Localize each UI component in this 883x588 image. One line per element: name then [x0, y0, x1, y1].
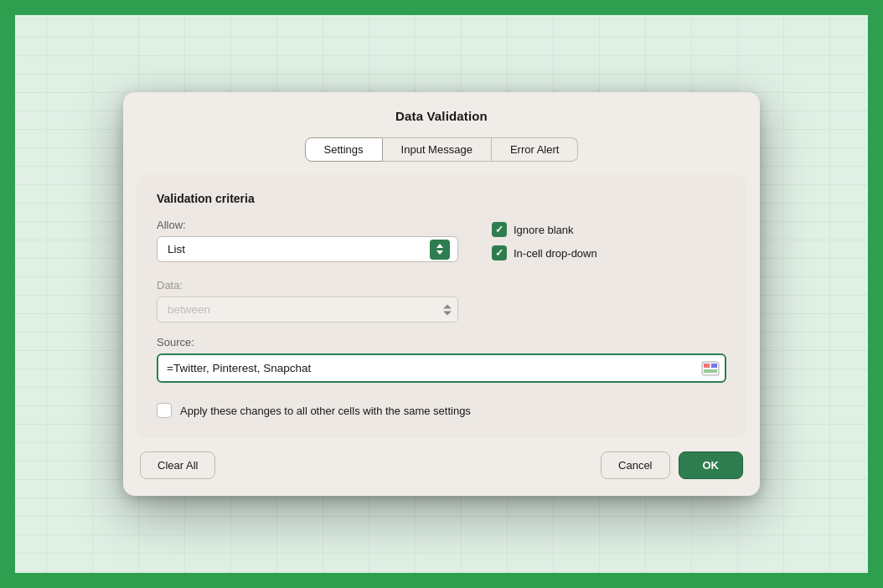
dialog-footer: Clear All Cancel OK — [123, 438, 760, 496]
data-select-wrapper: between — [157, 297, 458, 322]
dialog-title: Data Validation — [395, 109, 488, 123]
data-validation-dialog: Data Validation Settings Input Message E… — [123, 92, 760, 496]
form-allow-row: Allow: List ✓ — [157, 219, 726, 269]
green-border-left — [0, 0, 15, 588]
in-cell-dropdown-label: In-cell drop-down — [514, 247, 597, 260]
green-border-right — [868, 0, 883, 588]
green-border-bottom — [0, 573, 883, 588]
dialog-title-bar: Data Validation — [123, 92, 760, 137]
data-row: Data: between — [157, 279, 458, 322]
apply-changes-checkbox[interactable] — [157, 403, 172, 418]
allow-label: Allow: — [157, 219, 458, 231]
svg-rect-1 — [704, 364, 710, 368]
svg-rect-2 — [711, 364, 717, 368]
tab-settings[interactable]: Settings — [305, 137, 383, 162]
in-cell-dropdown-checkbox[interactable]: ✓ — [492, 245, 507, 260]
range-selector-icon[interactable] — [701, 361, 720, 376]
dialog-content: Validation criteria Allow: List — [137, 175, 746, 438]
tab-input-message[interactable]: Input Message — [383, 137, 492, 162]
in-cell-dropdown-row: ✓ In-cell drop-down — [492, 245, 726, 260]
data-label: Data: — [157, 279, 458, 291]
checkmark-icon: ✓ — [495, 224, 503, 235]
source-section: Source: — [157, 336, 726, 383]
source-input-wrapper — [157, 353, 726, 383]
checkmark-icon-2: ✓ — [495, 248, 503, 258]
allow-select-wrapper: List — [157, 236, 458, 262]
source-label: Source: — [157, 336, 726, 348]
data-select[interactable]: between — [157, 297, 458, 322]
form-col-left: Allow: List — [157, 219, 458, 262]
section-title: Validation criteria — [157, 192, 726, 205]
ok-button[interactable]: OK — [679, 451, 744, 479]
tab-error-alert[interactable]: Error Alert — [492, 137, 579, 162]
cancel-button[interactable]: Cancel — [601, 451, 669, 479]
clear-all-button[interactable]: Clear All — [140, 451, 215, 479]
apply-changes-label: Apply these changes to all other cells w… — [180, 405, 471, 417]
apply-changes-row: Apply these changes to all other cells w… — [157, 403, 726, 418]
form-col-right: ✓ Ignore blank ✓ In-cell drop-down — [492, 219, 726, 269]
dialog-action-buttons: Cancel OK — [601, 451, 743, 479]
allow-select[interactable]: List — [157, 236, 458, 262]
svg-rect-3 — [704, 369, 717, 373]
tabs-row: Settings Input Message Error Alert — [123, 137, 760, 175]
ignore-blank-checkbox[interactable]: ✓ — [492, 222, 507, 237]
green-border-top — [0, 0, 883, 15]
ignore-blank-row: ✓ Ignore blank — [492, 222, 726, 237]
source-input[interactable] — [157, 353, 726, 383]
ignore-blank-label: Ignore blank — [514, 224, 574, 236]
